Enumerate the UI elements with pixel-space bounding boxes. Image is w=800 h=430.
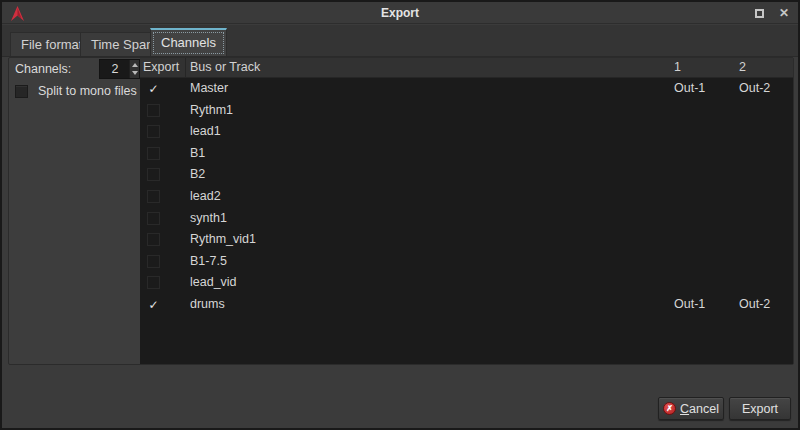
table-row[interactable]: ✓MasterOut-1Out-2: [140, 78, 793, 100]
table-row[interactable]: B1-7.5: [140, 251, 793, 273]
table-row[interactable]: synth1: [140, 208, 793, 230]
table-row[interactable]: Rythm1: [140, 100, 793, 122]
export-checkbox[interactable]: [147, 276, 160, 289]
table-row[interactable]: Rythm_vid1: [140, 229, 793, 251]
header-channel-2[interactable]: 2: [739, 60, 746, 74]
track-name: lead_vid: [190, 275, 237, 289]
export-checkbox[interactable]: [147, 125, 160, 138]
track-name: drums: [190, 297, 225, 311]
export-button[interactable]: Export: [729, 397, 791, 420]
close-icon[interactable]: ✕: [779, 5, 789, 21]
track-name: Rythm1: [190, 103, 233, 117]
export-checkbox[interactable]: [147, 147, 160, 160]
export-checkbox[interactable]: [147, 233, 160, 246]
header-channel-1[interactable]: 1: [674, 60, 681, 74]
out1-cell: Out-1: [674, 81, 705, 95]
tab-channels-label: Channels: [161, 35, 216, 50]
cancel-button-label: Cancel: [680, 402, 719, 416]
track-name: lead1: [190, 124, 221, 138]
table-header: Export Bus or Track 1 2: [140, 58, 793, 78]
out2-cell: Out-2: [739, 297, 770, 311]
track-rows: ✓MasterOut-1Out-2Rythm1lead1B1B2lead2syn…: [140, 78, 793, 316]
split-to-mono-label: Split to mono files: [38, 84, 137, 98]
export-checkbox[interactable]: [147, 168, 160, 181]
out2-cell: Out-2: [739, 81, 770, 95]
channels-count-label: Channels:: [15, 62, 71, 76]
split-to-mono-checkbox[interactable]: [15, 85, 28, 98]
table-row[interactable]: ✓drumsOut-1Out-2: [140, 294, 793, 316]
titlebar: Export ✕: [2, 2, 798, 24]
track-name: Rythm_vid1: [190, 232, 256, 246]
spinner-down-icon[interactable]: [132, 71, 138, 75]
header-separator: [185, 58, 186, 77]
track-name: lead2: [190, 189, 221, 203]
cancel-x-icon: ✗: [663, 402, 676, 415]
channels-page: Channels: 2 Split to mono files Export B…: [8, 57, 794, 365]
track-name: B2: [190, 167, 205, 181]
export-button-label: Export: [742, 402, 778, 416]
export-checkbox-checked[interactable]: ✓: [147, 82, 160, 95]
export-checkbox[interactable]: [147, 212, 160, 225]
header-bus-or-track[interactable]: Bus or Track: [190, 60, 260, 74]
window-title: Export: [2, 6, 798, 20]
table-row[interactable]: B2: [140, 164, 793, 186]
channels-count-spinner[interactable]: 2: [99, 59, 140, 79]
spinner-up-icon[interactable]: [132, 63, 138, 67]
table-row[interactable]: lead_vid: [140, 272, 793, 294]
track-name: Master: [190, 81, 228, 95]
track-name: synth1: [190, 211, 227, 225]
table-row[interactable]: lead1: [140, 121, 793, 143]
export-checkbox[interactable]: [147, 104, 160, 117]
table-row[interactable]: lead2: [140, 186, 793, 208]
channels-count-value[interactable]: 2: [100, 62, 130, 76]
export-checkbox[interactable]: [147, 190, 160, 203]
track-name: B1-7.5: [190, 254, 227, 268]
track-name: B1: [190, 146, 205, 160]
cancel-button[interactable]: ✗ Cancel: [658, 397, 724, 420]
channel-table: Export Bus or Track 1 2 ✓MasterOut-1Out-…: [140, 58, 793, 364]
export-dialog: Export ✕ File format Time Span Channels …: [0, 0, 800, 430]
export-checkbox[interactable]: [147, 255, 160, 268]
header-export[interactable]: Export: [143, 60, 179, 74]
table-row[interactable]: B1: [140, 143, 793, 165]
tab-channels[interactable]: Channels: [150, 28, 227, 56]
tab-strip: File format Time Span Channels: [2, 25, 798, 57]
maximize-icon[interactable]: [755, 9, 764, 18]
out1-cell: Out-1: [674, 297, 705, 311]
export-checkbox-checked[interactable]: ✓: [147, 298, 160, 311]
spinner-buttons: [129, 60, 139, 78]
